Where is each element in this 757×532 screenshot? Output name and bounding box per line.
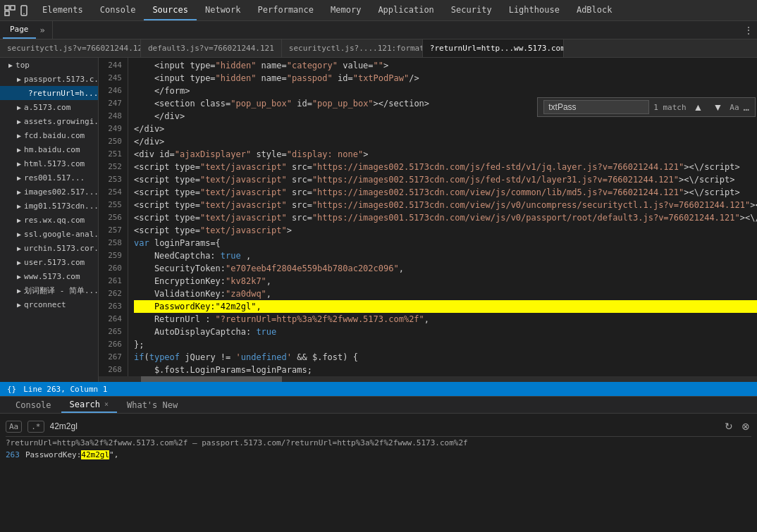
top-tab-adblock[interactable]: AdBlock: [568, 0, 621, 20]
scrollbar-thumb[interactable]: [141, 376, 282, 382]
code-line: if(typeof jQuery != 'undefined' && $.fos…: [134, 351, 757, 364]
search-panel-input[interactable]: [50, 421, 718, 431]
sidebar-item[interactable]: ▶ fcd.baidu.com: [0, 128, 98, 142]
folder-icon: ▶: [17, 273, 21, 280]
top-tab-elements[interactable]: Elements: [34, 0, 92, 20]
sidebar-item[interactable]: ▶ hm.baidu.com: [0, 142, 98, 156]
search-clear-btn[interactable]: ⊗: [740, 419, 751, 433]
code-line: SecurityToken:"e707eeb4f2804e559b4b780ac…: [134, 262, 757, 275]
sidebar-item[interactable]: ▶ img01.5173cdn...: [0, 199, 98, 213]
devtools-icons: [3, 0, 31, 20]
bottom-panel: ConsoleSearch×What's New Aa .* ↻ ⊗ ?retu…: [0, 396, 757, 474]
sidebar-item[interactable]: ▶ 划词翻译 - 简单...: [0, 283, 98, 297]
sidebar-item-label: 划词翻译 - 简单...: [24, 285, 98, 296]
code-line: </form>: [134, 85, 757, 97]
code-line: AutoDisplayCaptcha: true: [134, 326, 757, 338]
code-editor-area: 1 match ▲ ▼ Aa … 24424524624724824925025…: [99, 58, 757, 382]
cursor-icon: {}: [7, 385, 16, 394]
top-tab-network[interactable]: Network: [197, 0, 250, 20]
sidebar-item[interactable]: ▶ urchin.5173.cor...: [0, 241, 98, 255]
sidebar-item[interactable]: ▶ www.5173.com: [0, 269, 98, 283]
sidebar-item-label: res001.517...: [24, 173, 85, 183]
top-tab-memory[interactable]: Memory: [322, 0, 369, 20]
top-tab-console[interactable]: Console: [92, 0, 144, 20]
sidebar-item[interactable]: ▶ res.wx.qq.com: [0, 213, 98, 227]
top-tab-performance[interactable]: Performance: [250, 0, 322, 20]
code-line: <input type="hidden" name="category" val…: [134, 59, 757, 72]
search-options-btn[interactable]: …: [744, 101, 749, 113]
panel-left-section: Page »: [3, 21, 53, 39]
sidebar-item-label: www.5173.com: [24, 272, 80, 281]
sidebar-item[interactable]: ▶ html.5173.com: [0, 156, 98, 171]
sidebar-item[interactable]: ▶ a.5173.com: [0, 100, 98, 114]
main-layout: ▶ top▶ passport.5173.c...?returnUrl=h...…: [0, 58, 757, 382]
prev-match-btn[interactable]: ▲: [691, 100, 706, 114]
code-line: ReturnUrl : "?returnUrl=http%3a%2f%2fwww…: [134, 313, 757, 326]
bottom-tab-what's-new[interactable]: What's New: [118, 397, 186, 413]
file-tab[interactable]: securityctl.js?v=766021244.121: [0, 39, 141, 57]
inspect-icon[interactable]: [3, 4, 17, 18]
panel-options-btn[interactable]: ⋮: [740, 21, 757, 39]
code-line: <div id="ajaxDisplayer" style="display: …: [134, 148, 757, 161]
next-match-btn[interactable]: ▼: [710, 100, 725, 114]
result-url-text: ?returnUrl=http%3a%2f%2fwww.5173.com%2f …: [6, 438, 468, 447]
match-case-toggle[interactable]: Aa: [730, 103, 739, 112]
mobile-icon[interactable]: [17, 4, 31, 18]
folder-icon: ▶: [17, 202, 21, 210]
bottom-panel-content: Aa .* ↻ ⊗ ?returnUrl=http%3a%2f%2fwww.51…: [0, 414, 757, 474]
sidebar-item[interactable]: ▶ user.5173.com: [0, 255, 98, 269]
sources-sidebar: ▶ top▶ passport.5173.c...?returnUrl=h...…: [0, 58, 99, 382]
top-tabs-container: ElementsConsoleSourcesNetworkPerformance…: [34, 0, 620, 20]
folder-icon: ▶: [17, 287, 21, 295]
sidebar-item[interactable]: ▶ ssl.google-anal...: [0, 227, 98, 241]
sidebar-item-label: urchin.5173.cor...: [24, 244, 98, 253]
file-tab[interactable]: default3.js?v=766021244.121: [141, 39, 282, 57]
bottom-tab-console[interactable]: Console: [7, 397, 60, 413]
search-result-url: ?returnUrl=http%3a%2f%2fwww.5173.com%2f …: [6, 437, 751, 449]
panel-tabs-row: Page » ⋮: [0, 21, 757, 39]
code-line: </div>: [134, 123, 757, 135]
file-tab[interactable]: ?returnUrl=http...ww.5173.com%2f×: [423, 39, 564, 57]
file-tab[interactable]: securityctl.js?....121:formatted: [282, 39, 423, 57]
sidebar-item[interactable]: ▶ passport.5173.c...: [0, 72, 98, 86]
sidebar-item[interactable]: ▶ top: [0, 58, 98, 72]
horizontal-scrollbar[interactable]: [99, 376, 757, 382]
bottom-tab-close-btn[interactable]: ×: [104, 400, 109, 408]
sidebar-item[interactable]: ?returnUrl=h...: [0, 86, 98, 100]
code-line: };: [134, 338, 757, 351]
file-tabs-row: securityctl.js?v=766021244.121default3.j…: [0, 39, 757, 58]
top-tab-sources[interactable]: Sources: [144, 0, 197, 20]
panel-more-btn[interactable]: »: [36, 25, 49, 35]
folder-icon: ▶: [17, 160, 21, 168]
sidebar-item-label: images002.517...: [24, 187, 98, 197]
folder-icon: ▶: [17, 230, 21, 238]
sidebar-item-label: img01.5173cdn...: [24, 202, 98, 211]
svg-point-4: [23, 13, 25, 14]
sidebar-item-label: qrconnect: [24, 300, 66, 309]
sidebar-item-label: html.5173.com: [24, 159, 85, 168]
code-line: <script type="text/javascript" src="http…: [134, 186, 757, 199]
find-in-file-bar: 1 match ▲ ▼ Aa …: [537, 97, 756, 117]
top-tab-security[interactable]: Security: [443, 0, 500, 20]
folder-icon: ▶: [17, 118, 21, 125]
code-line: <script type="text/javascript">: [134, 224, 757, 237]
tab-page[interactable]: Page: [3, 21, 36, 39]
sidebar-item[interactable]: ▶ qrconnect: [0, 297, 98, 311]
top-tab-lighthouse[interactable]: Lighthouse: [500, 0, 568, 20]
sidebar-item-label: fcd.baidu.com: [24, 131, 85, 140]
top-tab-application[interactable]: Application: [369, 0, 442, 20]
code-line: </div>: [134, 135, 757, 148]
code-line: PasswordKey:"42m2gl",: [134, 300, 757, 313]
find-input[interactable]: [543, 100, 649, 114]
devtools-window: ElementsConsoleSourcesNetworkPerformance…: [0, 0, 757, 532]
sidebar-item[interactable]: ▶ assets.growingi...: [0, 114, 98, 128]
sidebar-item[interactable]: ▶ images002.517...: [0, 185, 98, 199]
match-count: 1 match: [653, 103, 686, 112]
sidebar-item-label: a.5173.com: [24, 103, 70, 112]
search-case-flag: Aa: [6, 421, 22, 433]
bottom-tab-search[interactable]: Search×: [61, 397, 117, 413]
search-regex-flag: .*: [27, 421, 44, 433]
search-refresh-btn[interactable]: ↻: [723, 419, 734, 433]
sidebar-item[interactable]: ▶ res001.517...: [0, 171, 98, 185]
cursor-position: Line 263, Column 1: [23, 385, 107, 394]
